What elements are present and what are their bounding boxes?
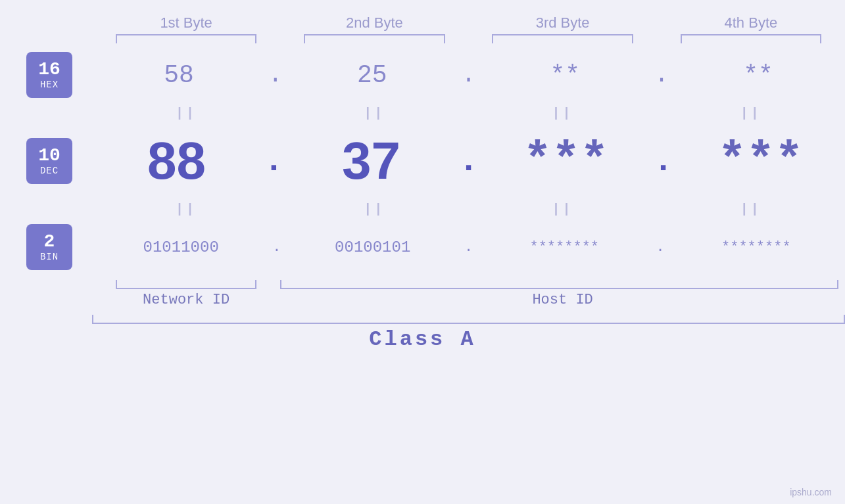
hex-val-3: ** xyxy=(478,61,652,89)
hex-val-2: 25 xyxy=(285,61,459,89)
watermark: ipshu.com xyxy=(790,487,832,497)
eq-1-1: || xyxy=(92,106,280,121)
bin-val-3: ******** xyxy=(475,239,653,256)
class-label: Class A xyxy=(369,327,475,352)
hex-sep-3: . xyxy=(652,62,671,89)
byte-label-3: 3rd Byte xyxy=(469,14,657,32)
eq-1-4: || xyxy=(657,106,845,121)
top-bracket-4 xyxy=(657,34,845,43)
dec-row: 10 DEC 88 . 37 . *** . *** xyxy=(0,125,845,197)
top-brackets-row xyxy=(0,34,845,43)
bin-badge-name: BIN xyxy=(40,252,59,262)
bin-val-1: 01011000 xyxy=(92,239,270,256)
bin-badge-number: 2 xyxy=(44,232,55,252)
class-bracket xyxy=(92,315,845,324)
hex-badge-name: HEX xyxy=(40,80,59,90)
hex-values-area: 58 . 25 . ** . ** xyxy=(92,61,845,89)
network-host-labels-row: Network ID Host ID xyxy=(0,292,845,308)
hex-val-4: ** xyxy=(671,61,845,89)
eq-1-3: || xyxy=(469,106,657,121)
bin-values-area: 01011000 . 00100101 . ******** . *******… xyxy=(92,239,845,256)
byte-label-1: 1st Byte xyxy=(92,14,280,32)
eq-2-3: || xyxy=(469,202,657,217)
dec-val-1: 88 xyxy=(92,131,261,191)
dec-badge: 10 DEC xyxy=(26,138,72,184)
eq-1-2: || xyxy=(280,106,468,121)
bin-sep-3: . xyxy=(653,239,667,256)
eq-2-1: || xyxy=(92,202,280,217)
byte-label-2: 2nd Byte xyxy=(280,14,468,32)
host-id-bracket-cell xyxy=(280,280,845,289)
dec-sep-1: . xyxy=(261,142,287,181)
dec-val-2: 37 xyxy=(287,131,456,191)
bottom-brackets-row xyxy=(0,280,845,289)
dec-badge-number: 10 xyxy=(38,146,60,166)
hex-badge-number: 16 xyxy=(38,60,60,80)
network-id-bracket-cell xyxy=(92,280,280,289)
hex-badge: 16 HEX xyxy=(26,52,72,98)
hex-row: 16 HEX 58 . 25 . ** . ** xyxy=(0,49,845,101)
equals-row-2: || || || || xyxy=(0,197,845,221)
class-label-row: Class A xyxy=(0,327,845,352)
bin-badge: 2 BIN xyxy=(26,224,72,270)
dec-values-area: 88 . 37 . *** . *** xyxy=(92,131,845,191)
byte-label-4: 4th Byte xyxy=(657,14,845,32)
host-id-label: Host ID xyxy=(280,292,845,308)
class-bracket-row xyxy=(0,315,845,324)
dec-val-3: *** xyxy=(481,134,650,188)
top-bracket-3 xyxy=(469,34,657,43)
hex-sep-2: . xyxy=(459,62,479,89)
bin-sep-2: . xyxy=(462,239,475,256)
eq-2-4: || xyxy=(657,202,845,217)
dec-sep-3: . xyxy=(650,142,676,181)
dec-sep-2: . xyxy=(456,142,481,181)
hex-sep-1: . xyxy=(266,62,285,89)
dec-val-4: *** xyxy=(676,134,845,188)
byte-labels-row: 1st Byte 2nd Byte 3rd Byte 4th Byte xyxy=(0,14,845,32)
bin-val-4: ******** xyxy=(667,239,845,256)
dec-badge-name: DEC xyxy=(40,166,59,176)
network-id-label: Network ID xyxy=(92,292,280,308)
hex-val-1: 58 xyxy=(92,61,266,89)
eq-2-2: || xyxy=(280,202,468,217)
equals-row-1: || || || || xyxy=(0,101,845,125)
top-bracket-1 xyxy=(92,34,280,43)
bin-sep-1: . xyxy=(270,239,283,256)
top-bracket-2 xyxy=(280,34,468,43)
main-container: 1st Byte 2nd Byte 3rd Byte 4th Byte 16 H… xyxy=(0,0,845,504)
bin-row: 2 BIN 01011000 . 00100101 . ******** . *… xyxy=(0,221,845,273)
bin-val-2: 00100101 xyxy=(284,239,462,256)
